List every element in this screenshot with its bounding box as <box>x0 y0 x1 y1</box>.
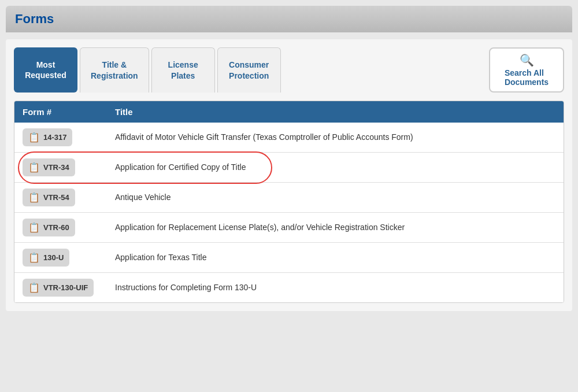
form-icon: 📋 <box>28 282 40 293</box>
form-title: Affidavit of Motor Vehicle Gift Transfer… <box>115 132 555 143</box>
form-badge[interactable]: 📋 VTR-34 <box>23 158 75 176</box>
forms-table: Form # Title 📋 14-317 Affidavit of Motor… <box>14 101 564 303</box>
table-row[interactable]: 📋 VTR-60 Application for Replacement Lic… <box>14 213 564 243</box>
table-header-row: Form # Title <box>14 101 564 123</box>
search-icon: 🔍 <box>520 53 534 67</box>
form-badge[interactable]: 📋 VTR-54 <box>23 188 75 206</box>
tab-consumer-protection[interactable]: Consumer Protection <box>217 47 281 93</box>
form-number: VTR-54 <box>43 193 69 202</box>
column-form-number: Form # <box>23 107 115 117</box>
form-icon: 📋 <box>28 252 40 263</box>
form-number: VTR-130-UIF <box>43 283 88 292</box>
form-badge[interactable]: 📋 14-317 <box>23 128 72 146</box>
form-number: 130-U <box>43 253 64 262</box>
form-title: Instructions for Completing Form 130-U <box>115 282 555 294</box>
form-icon: 📋 <box>28 222 40 233</box>
search-all-button[interactable]: 🔍 Search AllDocuments <box>489 47 564 93</box>
page-title: Forms <box>15 12 563 27</box>
table-row[interactable]: 📋 14-317 Affidavit of Motor Vehicle Gift… <box>14 123 564 153</box>
form-icon: 📋 <box>28 162 40 173</box>
table-row-highlighted[interactable]: 📋 VTR-34 Application for Certified Copy … <box>14 153 564 183</box>
search-all-label: Search AllDocuments <box>505 68 549 87</box>
tab-license-plates[interactable]: License Plates <box>151 47 215 93</box>
column-title: Title <box>115 107 555 117</box>
form-title: Application for Certified Copy of Title <box>115 162 555 173</box>
main-container: Most Requested Title & Registration Lice… <box>6 39 572 311</box>
form-badge[interactable]: 📋 VTR-130-UIF <box>23 279 94 297</box>
table-row[interactable]: 📋 130-U Application for Texas Title <box>14 243 564 273</box>
form-icon: 📋 <box>28 192 40 203</box>
form-title: Application for Texas Title <box>115 252 555 264</box>
form-title: Antique Vehicle <box>115 192 555 204</box>
form-icon: 📋 <box>28 132 40 143</box>
tab-title-registration[interactable]: Title & Registration <box>80 47 149 93</box>
form-badge[interactable]: 📋 130-U <box>23 249 69 267</box>
form-badge[interactable]: 📋 VTR-60 <box>23 219 75 236</box>
form-number: 14-317 <box>43 133 66 142</box>
table-row[interactable]: 📋 VTR-54 Antique Vehicle <box>14 183 564 213</box>
form-number: VTR-34 <box>43 163 69 172</box>
tab-most-requested[interactable]: Most Requested <box>14 47 77 93</box>
table-row[interactable]: 📋 VTR-130-UIF Instructions for Completin… <box>14 273 564 302</box>
form-number: VTR-60 <box>43 223 69 232</box>
form-title: Application for Replacement License Plat… <box>115 222 555 234</box>
page-header: Forms <box>6 6 572 32</box>
